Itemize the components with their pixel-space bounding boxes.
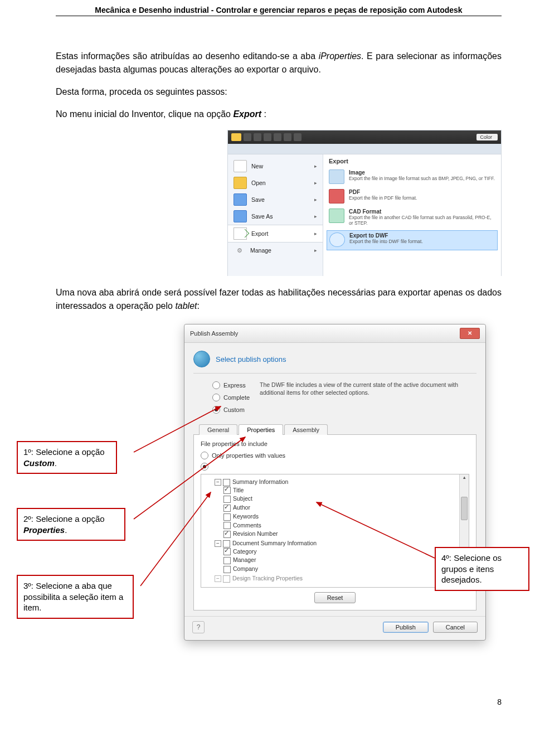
paragraph-4: Uma nova aba abrirá onde será possível f…	[56, 286, 502, 313]
tree-doc-summary[interactable]: −Document Summary Information Category M…	[215, 539, 464, 574]
checkbox-icon[interactable]	[223, 479, 230, 486]
saveas-icon	[234, 210, 247, 222]
reset-button[interactable]: Reset	[314, 592, 356, 603]
radio-tree-mode[interactable]	[201, 463, 469, 471]
tree-comments[interactable]: Comments	[223, 521, 464, 530]
radio-only-values[interactable]: Only properties with values	[201, 452, 469, 459]
callout-1-a: 1º: Selecione a opção	[23, 447, 105, 457]
tab-properties[interactable]: Properties	[239, 424, 283, 435]
checkbox-icon[interactable]	[223, 522, 231, 529]
callout-2-b: Properties	[23, 525, 65, 535]
tree-keywords[interactable]: Keywords	[223, 512, 464, 521]
checkbox-icon[interactable]	[223, 505, 231, 512]
checkbox-icon[interactable]	[223, 575, 230, 583]
globe-icon	[193, 351, 210, 367]
tree-company[interactable]: Company	[223, 565, 464, 574]
checkbox-icon[interactable]	[223, 566, 231, 573]
file-menu-manage-label: Manage	[250, 247, 271, 254]
inventor-export-menu: Color New ▸ Open ▸ Save ▸	[227, 130, 502, 276]
scroll-thumb[interactable]	[461, 497, 468, 520]
qat-icon	[244, 133, 251, 141]
tree-category[interactable]: Category	[223, 547, 464, 556]
inventor-ribbon: Color	[228, 130, 501, 144]
radio-icon	[201, 452, 208, 459]
new-icon	[234, 160, 247, 172]
callout-4: 4º: Selecione os grupos e itens desejado…	[435, 547, 529, 591]
color-dropdown[interactable]: Color	[476, 134, 498, 140]
select-publish-options-label: Select publish options	[216, 355, 286, 364]
checkbox-icon[interactable]	[223, 496, 231, 503]
checkbox-icon[interactable]	[223, 531, 231, 538]
inventor-search-bar	[228, 144, 501, 154]
tree-summary-label: Summary Information	[232, 478, 288, 485]
tree-manager-label: Manager	[233, 556, 256, 563]
dialog-title: Publish Assembly	[190, 330, 238, 337]
para1-iproperties: iProperties	[319, 51, 361, 61]
radio-custom-label: Custom	[223, 406, 245, 413]
manage-icon: ⚙	[234, 245, 246, 256]
radio-icon	[212, 381, 220, 389]
tree-summary-info[interactable]: −Summary Information Title Subject Autho…	[215, 478, 464, 539]
file-menu-manage[interactable]: ⚙ Manage ▸	[228, 243, 323, 258]
export-cad-desc: Export the file in another CAD file form…	[349, 215, 495, 226]
radio-icon	[212, 394, 220, 401]
callout-2-a: 2º: Selecione a opção	[23, 514, 105, 524]
tree-revision[interactable]: Revision Number	[223, 530, 464, 539]
publish-assembly-dialog: Publish Assembly ✕ Select publish option…	[184, 324, 486, 641]
close-button[interactable]: ✕	[460, 328, 480, 339]
tree-subject[interactable]: Subject	[223, 495, 464, 503]
checkbox-icon[interactable]	[223, 557, 231, 564]
export-image[interactable]: Image Export the file in Image file form…	[329, 168, 495, 187]
paragraph-1: Estas informações são atribuídas ao dese…	[56, 50, 502, 76]
qat-icon	[284, 133, 291, 141]
properties-tab-panel: File properties to include Only properti…	[193, 434, 476, 610]
file-menu-saveas[interactable]: Save As ▸	[228, 208, 323, 225]
checkbox-icon[interactable]	[223, 540, 230, 547]
open-icon	[234, 177, 247, 189]
dwf-description: The DWF file includes a view of the curr…	[260, 379, 476, 396]
para3-export: Export	[233, 109, 261, 119]
radio-custom[interactable]: Custom	[212, 406, 250, 414]
tree-doc-summary-label: Document Summary Information	[232, 540, 317, 546]
radio-express[interactable]: Express	[212, 381, 250, 389]
qat-icon	[294, 133, 301, 141]
export-cad[interactable]: CAD Format Export the file in another CA…	[329, 207, 495, 229]
scroll-up-icon[interactable]: ▴	[460, 474, 469, 483]
tree-manager[interactable]: Manager	[223, 556, 464, 565]
para3-part-c: :	[261, 109, 266, 119]
checkbox-icon[interactable]	[223, 487, 231, 494]
paragraph-3: No menu inicial do Inventor, clique na o…	[56, 108, 502, 121]
dwf-icon	[329, 232, 345, 247]
properties-tree[interactable]: −Summary Information Title Subject Autho…	[201, 474, 469, 588]
cancel-button[interactable]: Cancel	[433, 622, 478, 633]
file-menu-export[interactable]: Export ▸	[228, 225, 323, 243]
tree-comments-label: Comments	[233, 522, 261, 529]
qat-icon	[264, 133, 271, 141]
publish-button[interactable]: Publish	[383, 622, 429, 633]
tab-general[interactable]: General	[199, 424, 237, 435]
export-dwf[interactable]: Export to DWF Export the file into DWF f…	[327, 230, 498, 250]
callout-2-c: .	[65, 525, 67, 535]
tree-title[interactable]: Title	[223, 486, 464, 495]
tree-tracking[interactable]: −Design Tracking Properties	[215, 574, 464, 583]
tree-keywords-label: Keywords	[233, 513, 259, 520]
tab-assembly[interactable]: Assembly	[284, 424, 328, 435]
radio-complete[interactable]: Complete	[212, 394, 250, 401]
tree-revision-label: Revision Number	[233, 530, 278, 537]
file-menu-new[interactable]: New ▸	[228, 158, 323, 175]
qat-icon	[254, 133, 261, 141]
help-button[interactable]: ?	[192, 621, 205, 633]
app-icon	[231, 133, 241, 141]
page-header: Mecânica e Desenho industrial - Controla…	[56, 6, 502, 16]
tree-author[interactable]: Author	[223, 503, 464, 512]
radio-only-values-label: Only properties with values	[212, 452, 285, 459]
checkbox-icon[interactable]	[223, 513, 231, 521]
file-properties-label: File properties to include	[201, 440, 469, 447]
file-menu-open[interactable]: Open ▸	[228, 175, 323, 191]
export-image-desc: Export the file in Image file format suc…	[349, 176, 495, 181]
file-menu-save[interactable]: Save ▸	[228, 191, 323, 208]
export-pdf[interactable]: PDF Export the file in PDF file format.	[329, 187, 495, 207]
qat-icon	[274, 133, 281, 141]
export-submenu: Export Image Export the file in Image fi…	[323, 154, 501, 276]
checkbox-icon[interactable]	[223, 548, 231, 555]
